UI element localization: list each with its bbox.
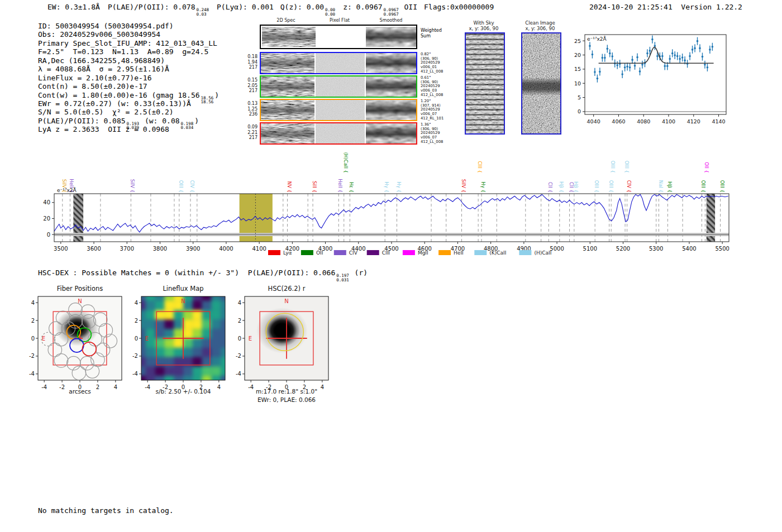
x-tick-label: 4100 bbox=[662, 118, 675, 124]
x-tick-label: 5200 bbox=[616, 246, 630, 252]
fiber-circle bbox=[103, 334, 117, 348]
cutout-image-flat bbox=[316, 123, 365, 143]
text-segment: P(LAE)/P(OII): 0.078 bbox=[108, 3, 196, 11]
data-point bbox=[604, 57, 606, 59]
cutout-image-smoothed bbox=[366, 53, 416, 73]
panel-hsc-cutout: HSC(26.2) r m:17.0 re:1.8" s:1.0" EWr: 0… bbox=[228, 282, 345, 412]
emission-line-label: CIII { bbox=[477, 161, 483, 173]
data-point bbox=[661, 55, 664, 57]
y-tick-label: -2 bbox=[29, 353, 35, 359]
data-point bbox=[697, 40, 699, 42]
data-point bbox=[609, 52, 611, 55]
x-tick-label: 2 bbox=[199, 384, 203, 390]
x-tick-label: 0 bbox=[182, 384, 185, 390]
info-line: F=2.5" T=0.123 N=1.13 A=0.89 g=24.5 bbox=[38, 47, 219, 56]
data-point bbox=[646, 52, 649, 55]
dark-band bbox=[261, 76, 314, 97]
text-segment: (r) bbox=[350, 269, 368, 277]
info-line: S/N = 5.0(±0.5) χ² = 2.5(±0.2) bbox=[38, 108, 219, 116]
withsky-coords: x, y: 306, 90 bbox=[459, 26, 508, 31]
text-segment: Primary Spec_Slot_IFU_AMP: 412_013_043_L… bbox=[38, 39, 217, 47]
legend-swatch bbox=[403, 250, 415, 255]
x-tick-label: -2 bbox=[266, 384, 271, 390]
full-spectrum-plot: 3500360037003800390040004100420043004400… bbox=[34, 144, 765, 258]
legend-label: Lyα bbox=[283, 250, 292, 256]
emission-line-label: SiIV { bbox=[130, 179, 135, 193]
info-line: EWr = 0.72(±0.27) (w: 0.33(±0.13))Å bbox=[38, 99, 219, 108]
cutout-image-spec2d bbox=[261, 53, 314, 73]
lineflux_map-svg: -4-4-2-2002244NE bbox=[125, 282, 242, 412]
weighted-sum-label: Weighted Sum bbox=[421, 28, 442, 39]
data-point bbox=[679, 58, 681, 60]
x-tick-label: -4 bbox=[248, 384, 254, 390]
dark-band bbox=[262, 27, 316, 47]
info-line: Obs: 20240529v006_5003049954 bbox=[38, 30, 219, 39]
data-point bbox=[704, 64, 706, 66]
text-segment: λ = 4088.68Å σ = 2.95(±1.16)Å bbox=[38, 65, 169, 73]
footer-line-1: No matching targets in catalog. bbox=[38, 506, 174, 515]
data-point bbox=[692, 49, 694, 51]
emission-line-label: NaI { bbox=[658, 180, 664, 193]
emission-line-label: CII { bbox=[547, 182, 553, 193]
units-annotation: e⁻¹⁷x2Å bbox=[587, 36, 607, 42]
hscdex-summary: HSC-DEX : Possible Matches = 0 (within +… bbox=[38, 269, 368, 282]
panel-lineflux-map: Lineflux Map s/b: 2.50 +/- 0.104 -4-4-2-… bbox=[125, 282, 242, 412]
data-point bbox=[599, 71, 601, 73]
data-point bbox=[681, 56, 684, 59]
info-line: RA,Dec (166.342255,48.968849) bbox=[38, 56, 219, 65]
dark-band bbox=[366, 27, 416, 47]
cutout-row bbox=[260, 75, 417, 98]
data-point bbox=[594, 71, 596, 73]
y-tick-label: 2 bbox=[135, 318, 138, 324]
x-tick-label: 4 bbox=[114, 384, 117, 390]
legend-label: (K)CaII bbox=[489, 250, 506, 256]
fiber-circle bbox=[96, 343, 110, 357]
emission-line-label: OIII { bbox=[624, 161, 630, 173]
text-segment: z: 0.0967 bbox=[343, 3, 382, 11]
cutout-row bbox=[260, 52, 417, 74]
emission-line-label: OIII { bbox=[178, 180, 184, 193]
info-line: Cont(n) = 8.50(±0.20)e-17 bbox=[38, 82, 219, 90]
x-tick-label: 4 bbox=[217, 384, 221, 390]
y-tick-label: 4 bbox=[31, 300, 35, 306]
uncertainty-range: 0.1970.031 bbox=[336, 274, 349, 282]
cutout-image-white bbox=[317, 27, 365, 47]
sky-stripes bbox=[466, 33, 504, 133]
x-tick-label: 3700 bbox=[120, 246, 134, 252]
units-annotation: e⁻¹⁷x2Å bbox=[57, 187, 77, 193]
zoom-spectrum-plot: 4040406040804100412041400510152025e⁻¹⁷x2… bbox=[564, 28, 754, 128]
text-segment: ) bbox=[214, 91, 219, 99]
y-tick-label: -4 bbox=[132, 371, 138, 377]
y-tick-label: -2 bbox=[132, 353, 138, 359]
x-tick-label: 5500 bbox=[715, 246, 729, 252]
info-line: Cont(w) = 1.80(±0.00)e-16 (gmag 18.5618.… bbox=[38, 91, 219, 99]
uncertainty-range: 18.5618.56 bbox=[201, 96, 214, 104]
legend-swatch bbox=[301, 250, 313, 255]
weighted-sum-label-line2: Sum bbox=[421, 33, 442, 39]
data-point bbox=[664, 65, 666, 67]
col-header-pixelflat: Pixel Flat bbox=[330, 18, 350, 23]
legend-label: OII bbox=[316, 250, 323, 256]
clean-image bbox=[521, 32, 561, 135]
data-point bbox=[629, 66, 631, 69]
cutout-row-right-labels: 1.20"(307, 914)20240529v006_07412_RL_101 bbox=[421, 99, 456, 121]
legend-swatch bbox=[438, 250, 451, 255]
cutout-image-flat bbox=[316, 100, 365, 120]
dark-band bbox=[366, 76, 416, 97]
selected-fiber-circle bbox=[70, 338, 84, 352]
data-point bbox=[624, 66, 626, 69]
cutout-row-left-labels: 0.131.25236 bbox=[246, 101, 258, 117]
emission-line-label: CIV { bbox=[626, 180, 632, 193]
col-header-2dspec: 2D Spec bbox=[276, 18, 295, 23]
clean-dark-band bbox=[522, 33, 560, 133]
text-segment: EWr = 0.72(±0.27) (w: 0.33(±0.13))Å bbox=[38, 99, 191, 108]
weighted-sum-label-line1: Weighted bbox=[421, 28, 442, 33]
cutout-image-smoothed bbox=[366, 123, 416, 143]
data-point bbox=[589, 45, 591, 47]
data-point bbox=[712, 46, 714, 48]
data-point bbox=[651, 39, 654, 41]
cutout-grid: 2D Spec Pixel Flat Smoothed Weighted Sum… bbox=[246, 17, 567, 148]
x-tick-label: 5100 bbox=[583, 246, 597, 252]
text-segment: RA,Dec (166.342255,48.968849) bbox=[38, 56, 165, 65]
y-tick-label: 10 bbox=[574, 80, 581, 87]
